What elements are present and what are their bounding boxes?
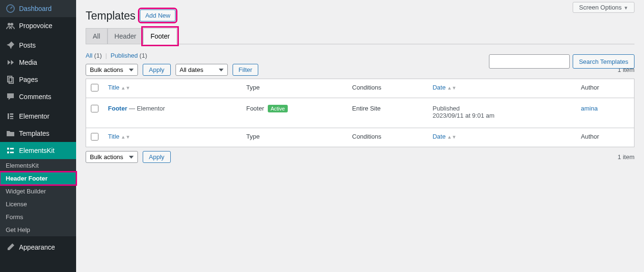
pages-icon [6,75,15,84]
sidebar-sub-gethelp[interactable]: Get Help [0,223,76,236]
sidebar-item-propovoice[interactable]: Propovoice [0,17,76,34]
elementor-icon [6,111,15,121]
select-all-checkbox-bottom[interactable] [91,133,98,141]
sidebar-label: Media [19,59,37,66]
filter-published[interactable]: Published [111,52,138,59]
svg-rect-9 [7,148,9,150]
col-type-bottom: Type [242,128,348,147]
row-checkbox[interactable] [91,105,98,112]
col-date-bottom[interactable]: Date▲▼ [432,133,456,140]
date-filter-select[interactable]: All dates [176,64,228,76]
sidebar-label: Comments [19,93,51,101]
sidebar-item-elementor[interactable]: Elementor [0,108,76,125]
sidebar-label: Posts [19,41,36,49]
sidebar-item-dashboard[interactable]: Dashboard [0,0,76,17]
tab-header[interactable]: Header [107,28,144,44]
col-conditions: Conditions [347,79,428,98]
row-type: Footer [246,105,264,112]
svg-rect-10 [7,151,9,153]
sidebar-submenu: ElementsKit Header Footer Widget Builder… [0,159,76,236]
tab-all[interactable]: All [86,28,107,44]
svg-rect-7 [10,116,13,117]
search-box: Search Templates [489,54,634,69]
row-title-link[interactable]: Footer [108,105,127,112]
search-templates-button[interactable]: Search Templates [573,54,634,69]
filter-button[interactable]: Filter [233,64,259,76]
apply-button-bottom[interactable]: Apply [143,151,171,163]
sort-icon: ▲▼ [447,134,457,140]
templates-table: Title▲▼ Type Conditions Date▲▼ Author Fo… [86,79,634,147]
col-author-bottom: Author [576,128,634,147]
col-title[interactable]: Title▲▼ [108,84,130,91]
sidebar-item-comments[interactable]: Comments [0,88,76,105]
sidebar-sub-forms[interactable]: Forms [0,211,76,223]
sidebar-sub-widget-builder[interactable]: Widget Builder [0,185,76,198]
sidebar-item-posts[interactable]: Posts [0,37,76,54]
media-icon [6,58,15,67]
sidebar-label: Pages [19,76,38,83]
col-conditions-bottom: Conditions [347,128,428,147]
item-count-bottom: 1 item [618,153,634,161]
sidebar-label: Propovoice [19,22,52,30]
col-author: Author [576,79,634,98]
apply-button[interactable]: Apply [143,64,171,76]
bulk-actions-select-bottom[interactable]: Bulk actions [86,151,138,163]
svg-point-1 [8,23,10,26]
sidebar-item-pages[interactable]: Pages [0,71,76,88]
search-input[interactable] [489,54,570,69]
tab-footer[interactable]: Footer [143,28,176,44]
sort-icon: ▲▼ [121,85,130,91]
row-title-suffix: — Elementor [127,105,165,112]
sidebar-label: Templates [19,130,49,137]
sidebar-item-templates[interactable]: Templates [0,125,76,142]
select-all-checkbox[interactable] [91,84,98,91]
svg-rect-8 [10,118,13,119]
sidebar-item-appearance[interactable]: Appearance [0,239,76,256]
sort-icon: ▲▼ [121,134,130,140]
brush-icon [6,242,15,252]
table-row: Footer — Elementor Footer Active Entire … [86,98,634,128]
sort-icon: ▲▼ [447,85,457,91]
status-badge: Active [268,105,288,112]
sidebar-label: Elementor [19,112,49,120]
comment-icon [6,92,15,101]
add-new-button[interactable]: Add New [140,10,176,21]
template-tabs: All Header Footer [86,28,634,44]
gauge-icon [6,4,15,13]
sidebar-label: ElementsKit [19,147,55,154]
sidebar-sub-elementskit[interactable]: ElementsKit [0,159,76,172]
sidebar-item-elementskit[interactable]: ElementsKit [0,142,76,159]
tablenav-bottom: Bulk actions Apply 1 item [86,151,634,163]
row-date: 2023/09/11 at 9:01 am [432,112,571,119]
svg-rect-4 [9,78,13,83]
svg-rect-6 [10,113,13,115]
bulk-actions-select[interactable]: Bulk actions [86,64,138,76]
main-content: Screen Options▼ Templates Add New All He… [76,0,644,272]
col-title-bottom[interactable]: Title▲▼ [108,133,130,140]
users-icon [6,21,15,30]
svg-rect-3 [8,76,12,82]
screen-options-button[interactable]: Screen Options▼ [573,2,634,13]
ekit-icon [6,146,15,155]
col-type: Type [242,79,348,98]
pin-icon [6,40,15,50]
filter-all[interactable]: All [86,52,92,59]
row-date-status: Published [432,105,571,112]
svg-point-2 [10,23,13,26]
filter-all-count: (1) [94,52,102,59]
sidebar-sub-header-footer[interactable]: Header Footer [0,172,76,185]
filter-published-count: (1) [139,52,147,59]
row-author-link[interactable]: amina [581,105,597,112]
svg-rect-5 [8,113,9,119]
sidebar-label: Appearance [19,243,55,251]
row-conditions: Entire Site [347,98,428,128]
page-title: Templates [86,10,136,22]
admin-sidebar: Dashboard Propovoice Posts Media Pages C… [0,0,76,272]
col-date[interactable]: Date▲▼ [432,84,456,91]
sidebar-sub-license[interactable]: License [0,198,76,211]
chevron-down-icon: ▼ [624,5,628,10]
sidebar-item-media[interactable]: Media [0,54,76,71]
sidebar-label: Dashboard [19,5,52,12]
folder-icon [6,129,15,138]
